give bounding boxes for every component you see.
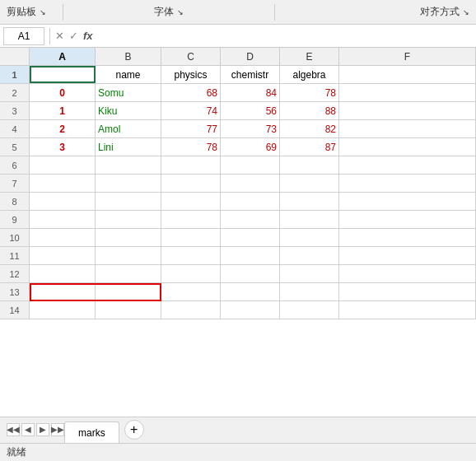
cell-c1[interactable]: physics [161,66,221,83]
cell-c13[interactable] [161,283,221,300]
cell-e6[interactable] [280,156,339,174]
function-icon[interactable]: fx [83,30,93,42]
col-header-f[interactable]: F [339,48,476,65]
col-header-d[interactable]: D [221,48,280,65]
cell-a9[interactable] [30,211,96,228]
nav-first-arrow[interactable]: ◀◀ [7,423,20,436]
cell-b4[interactable]: Amol [96,120,161,137]
sheet-nav-arrows[interactable]: ◀◀ ◀ ▶ ▶▶ [3,423,64,436]
cell-d9[interactable] [221,211,280,228]
cell-d5[interactable]: 69 [221,138,280,156]
cell-c5[interactable]: 78 [161,138,221,156]
cell-b2[interactable]: Somu [96,84,161,101]
cell-a13[interactable] [30,283,96,300]
confirm-icon[interactable]: ✓ [69,30,78,42]
cell-f5[interactable] [339,138,476,156]
cell-d10[interactable] [221,229,280,246]
cell-d13[interactable] [221,283,280,300]
cell-c7[interactable] [161,175,221,192]
cell-e1[interactable]: algebra [280,66,339,83]
cell-f7[interactable] [339,175,476,192]
cell-f12[interactable] [339,265,476,282]
cell-f3[interactable] [339,102,476,119]
cell-a1[interactable] [30,66,96,83]
cell-e11[interactable] [280,247,339,264]
cell-d3[interactable]: 56 [221,102,280,119]
cell-d12[interactable] [221,265,280,282]
cell-f2[interactable] [339,84,476,101]
cell-a12[interactable] [30,265,96,282]
cell-d8[interactable] [221,193,280,210]
cell-f6[interactable] [339,156,476,174]
cancel-icon[interactable]: ✕ [55,30,64,42]
cell-b6[interactable] [96,156,161,174]
cell-e7[interactable] [280,175,339,192]
cell-a3[interactable]: 1 [30,102,96,119]
cell-e14[interactable] [280,301,339,319]
cell-b11[interactable] [96,247,161,264]
cell-d4[interactable]: 73 [221,120,280,137]
cell-c2[interactable]: 68 [161,84,221,101]
cell-b7[interactable] [96,175,161,192]
cell-f14[interactable] [339,301,476,319]
cell-f11[interactable] [339,247,476,264]
col-header-a[interactable]: A [30,48,96,65]
cell-d14[interactable] [221,301,280,319]
cell-c4[interactable]: 77 [161,120,221,137]
cell-b10[interactable] [96,229,161,246]
cell-b3[interactable]: Kiku [96,102,161,119]
cell-a11[interactable] [30,247,96,264]
cell-a6[interactable] [30,156,96,174]
cell-e12[interactable] [280,265,339,282]
cell-f10[interactable] [339,229,476,246]
cell-c6[interactable] [161,156,221,174]
cell-f13[interactable] [339,283,476,300]
cell-a10[interactable] [30,229,96,246]
cell-a7[interactable] [30,175,96,192]
col-header-e[interactable]: E [280,48,339,65]
nav-last-arrow[interactable]: ▶▶ [51,423,64,436]
cell-e10[interactable] [280,229,339,246]
cell-b9[interactable] [96,211,161,228]
cell-c9[interactable] [161,211,221,228]
cell-e5[interactable]: 87 [280,138,339,156]
col-header-b[interactable]: B [96,48,161,65]
cell-e4[interactable]: 82 [280,120,339,137]
cell-d11[interactable] [221,247,280,264]
cell-f9[interactable] [339,211,476,228]
col-header-c[interactable]: C [161,48,221,65]
cell-c12[interactable] [161,265,221,282]
cell-a14[interactable] [30,301,96,319]
cell-c3[interactable]: 74 [161,102,221,119]
nav-next-arrow[interactable]: ▶ [36,423,49,436]
cell-a2[interactable]: 0 [30,84,96,101]
cell-a5[interactable]: 3 [30,138,96,156]
cell-e9[interactable] [280,211,339,228]
cell-a4[interactable]: 2 [30,120,96,137]
cell-c14[interactable] [161,301,221,319]
cell-f1[interactable] [339,66,476,83]
cell-reference-input[interactable] [3,27,44,45]
sheet-tab-marks[interactable]: marks [64,421,119,443]
cell-c8[interactable] [161,193,221,210]
cell-e8[interactable] [280,193,339,210]
cell-f4[interactable] [339,120,476,137]
cell-e2[interactable]: 78 [280,84,339,101]
cell-b8[interactable] [96,193,161,210]
cell-c11[interactable] [161,247,221,264]
cell-b1[interactable]: name [96,66,161,83]
cell-e13[interactable] [280,283,339,300]
cell-d7[interactable] [221,175,280,192]
cell-c10[interactable] [161,229,221,246]
cell-b13[interactable] [96,283,161,300]
cell-b14[interactable] [96,301,161,319]
cell-b5[interactable]: Lini [96,138,161,156]
nav-prev-arrow[interactable]: ◀ [21,423,35,436]
cell-f8[interactable] [339,193,476,210]
formula-input[interactable] [96,27,473,45]
cell-a8[interactable] [30,193,96,210]
add-sheet-button[interactable]: + [124,420,144,440]
cell-d2[interactable]: 84 [221,84,280,101]
cell-d1[interactable]: chemistr [221,66,280,83]
cell-d6[interactable] [221,156,280,174]
